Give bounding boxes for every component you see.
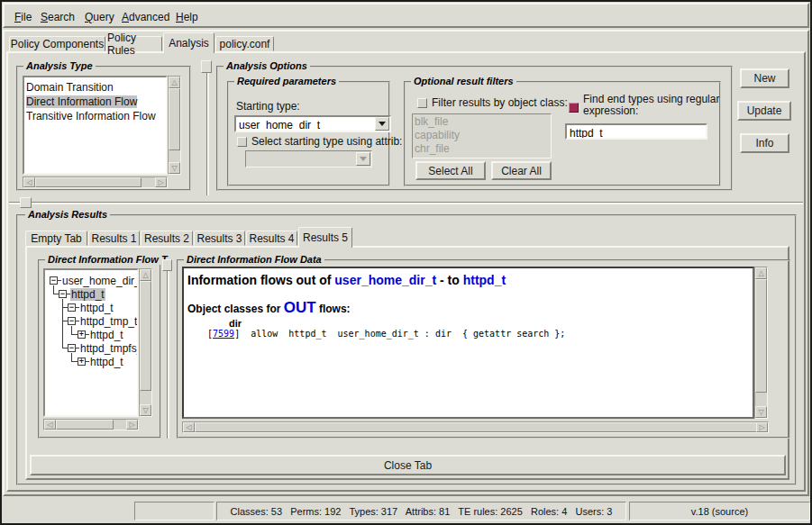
analysis-type-listbox[interactable]: Domain Transition Direct Information Flo…	[23, 76, 168, 175]
tab-empty-label: Empty Tab	[31, 232, 81, 245]
tab-results-5[interactable]: Results 5	[298, 227, 352, 248]
tab-policy-conf[interactable]: policy.conf	[215, 36, 274, 51]
list-item-label: Direct Information Flow	[26, 95, 137, 108]
collapse-icon[interactable]: −	[68, 344, 76, 352]
scroll-up-icon[interactable]: △	[140, 269, 151, 281]
object-class-filter-checkbox[interactable]	[417, 98, 427, 108]
tab-policy-components[interactable]: Policy Components	[9, 36, 105, 51]
menu-file[interactable]: File	[14, 11, 32, 23]
tab-results-1[interactable]: Results 1	[88, 231, 140, 246]
starting-type-dropdown-button[interactable]	[375, 117, 389, 131]
tab-policy-rules[interactable]: Policy Rules	[106, 36, 162, 51]
tree-node-label: httpd_tmpfs_	[79, 342, 139, 355]
tree-node[interactable]: −httpd_t	[68, 302, 114, 313]
tree-node[interactable]: −httpd_t	[59, 288, 105, 300]
scrollbar-thumb[interactable]	[755, 279, 767, 393]
data-hscrollbar[interactable]: ◁ ▷	[182, 421, 769, 433]
scrollbar-thumb[interactable]	[35, 177, 141, 187]
heading-prefix: Information flows out of	[187, 273, 334, 287]
expand-icon[interactable]: +	[78, 330, 86, 339]
tree-node-label: user_home_dir_t	[61, 275, 139, 287]
collapse-icon[interactable]: −	[68, 303, 76, 312]
scroll-up-icon[interactable]: △	[169, 77, 180, 88]
regex-input[interactable]: httpd_t	[565, 123, 707, 140]
status-bar: Classes: 53 Perms: 192 Types: 317 Attrib…	[3, 498, 809, 522]
tab-results-4[interactable]: Results 4	[246, 231, 297, 246]
tree-node[interactable]: +httpd_t	[78, 356, 124, 367]
tab-empty-tab[interactable]: Empty Tab	[25, 231, 87, 246]
results-sash-handle[interactable]	[20, 197, 32, 208]
status-stats-text: Classes: 53 Perms: 192 Types: 317 Attrib…	[231, 506, 613, 517]
attrib-combobox	[245, 150, 372, 167]
scroll-right-icon[interactable]: ▷	[155, 177, 167, 187]
tab-results-3[interactable]: Results 3	[194, 231, 245, 246]
starting-type-combobox[interactable]: user_home_dir_t	[234, 115, 391, 132]
rule-number-link[interactable]: 7599	[213, 329, 234, 339]
tree-node[interactable]: −user_home_dir_t	[50, 275, 139, 286]
select-all-label: Select All	[428, 165, 472, 177]
tree-node-label: httpd_t	[89, 329, 124, 341]
select-all-button[interactable]: Select All	[415, 161, 486, 180]
tab-analysis[interactable]: Analysis	[163, 32, 214, 53]
rule-line: [7599] allow httpd_t user_home_dir_t : d…	[207, 329, 565, 339]
menu-query[interactable]: Query	[85, 11, 114, 23]
scrollbar-thumb[interactable]	[195, 422, 758, 432]
menu-help[interactable]: Help	[176, 11, 198, 23]
required-parameters-title: Required parameters	[234, 76, 339, 86]
analysis-type-hscrollbar[interactable]: ◁ ▷	[23, 177, 168, 188]
analysis-type-vscrollbar[interactable]: △ ▽	[168, 76, 181, 175]
pane-sash-handle[interactable]	[201, 60, 212, 73]
close-tab-button[interactable]: Close Tab	[30, 455, 786, 475]
list-item[interactable]: Transitive Information Flow	[24, 109, 166, 123]
regex-label-line1: Find end types using regular	[583, 93, 719, 105]
scroll-left-icon[interactable]: ◁	[44, 420, 56, 430]
regex-input-value: httpd_t	[570, 127, 603, 140]
flow-tree[interactable]: −user_home_dir_t −httpd_t −httpd_t −http…	[43, 268, 139, 417]
scroll-right-icon[interactable]: ▷	[756, 422, 768, 432]
clear-all-button[interactable]: Clear All	[491, 161, 552, 180]
scrollbar-thumb[interactable]	[140, 281, 151, 391]
collapse-icon[interactable]: −	[50, 276, 58, 285]
status-empty-segment	[134, 502, 214, 520]
tree-node[interactable]: −httpd_tmp_t	[68, 315, 138, 327]
flow-data-text[interactable]: Information flows out of user_home_dir_t…	[182, 267, 754, 419]
tab-results-2[interactable]: Results 2	[141, 231, 193, 246]
menu-search[interactable]: Search	[41, 11, 75, 23]
flow-heading: Information flows out of user_home_dir_t…	[187, 273, 506, 287]
tree-data-sash-handle[interactable]	[162, 259, 172, 271]
regex-checkbox[interactable]	[569, 103, 579, 113]
expand-icon[interactable]: +	[78, 358, 86, 366]
object-class-filter-label: Filter results by object class:	[432, 96, 568, 109]
collapse-icon[interactable]: −	[68, 317, 76, 325]
tree-node[interactable]: +httpd_t	[78, 329, 124, 340]
scroll-right-icon[interactable]: ▷	[126, 420, 138, 430]
results-sash-line	[9, 202, 803, 204]
update-button[interactable]: Update	[737, 101, 791, 121]
scroll-down-icon[interactable]: ▽	[755, 406, 767, 418]
tree-vscrollbar[interactable]: △ ▽	[139, 268, 152, 417]
list-item[interactable]: Direct Information Flow	[24, 95, 166, 109]
menu-advanced[interactable]: Advanced	[122, 11, 169, 23]
analysis-results-title: Analysis Results	[25, 209, 110, 220]
list-item: blk_file	[413, 114, 551, 129]
tree-hscrollbar[interactable]: ◁ ▷	[43, 419, 139, 430]
list-item: capability	[413, 129, 551, 142]
scroll-down-icon[interactable]: ▽	[140, 404, 151, 416]
scrollbar-thumb[interactable]	[56, 420, 114, 430]
attrib-checkbox[interactable]	[237, 137, 247, 147]
tree-node[interactable]: −httpd_tmpfs_	[68, 342, 139, 354]
scroll-left-icon[interactable]: ◁	[23, 177, 35, 187]
scrollbar-thumb[interactable]	[169, 88, 180, 150]
regex-checkbox-label: Find end types using regularexpression:	[583, 94, 719, 117]
subheading-prefix: Object classes for	[187, 303, 284, 315]
scroll-left-icon[interactable]: ◁	[183, 422, 195, 432]
pane-sash-line	[206, 61, 209, 195]
scroll-up-icon[interactable]: △	[755, 267, 767, 279]
info-button[interactable]: Info	[740, 133, 789, 153]
scroll-down-icon[interactable]: ▽	[169, 162, 180, 174]
list-item[interactable]: Domain Transition	[24, 77, 166, 95]
data-vscrollbar[interactable]: △ ▽	[754, 267, 768, 419]
optional-filters-title: Optional result filters	[411, 76, 516, 86]
new-button[interactable]: New	[740, 68, 789, 88]
collapse-icon[interactable]: −	[59, 290, 67, 298]
